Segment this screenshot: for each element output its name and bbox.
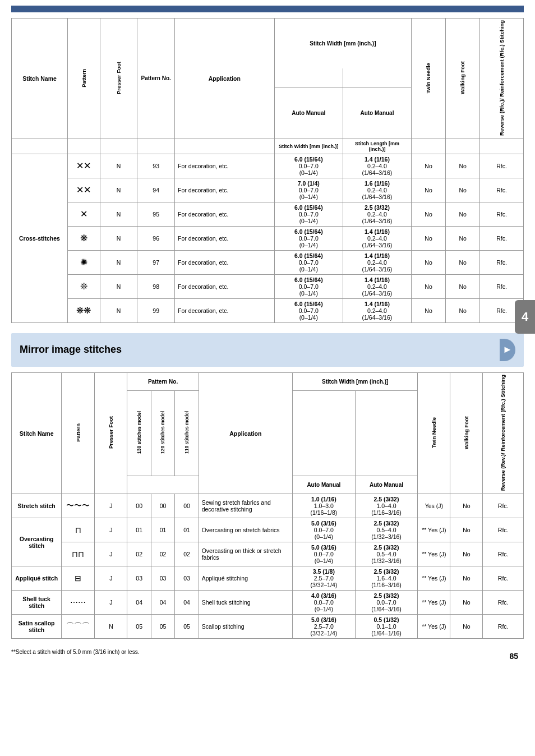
sl-auto-header: Auto Manual bbox=[343, 87, 411, 139]
table-row: ❋❋ N 99 For decoration, etc. 6.0 (15/64)… bbox=[12, 298, 524, 322]
pattern-cell: ✺ bbox=[67, 250, 100, 274]
twin-cell: No bbox=[412, 250, 446, 274]
reverse-header: Reverse (Rfc.)/ Reinforcement (Rfc.) Sti… bbox=[480, 19, 524, 139]
presser-foot-cell: N bbox=[100, 202, 137, 226]
m-p110-cell: 01 bbox=[175, 518, 199, 542]
m-twin-cell: ** Yes (J) bbox=[418, 518, 450, 542]
m-walking-cell: No bbox=[450, 494, 483, 518]
walking-cell: No bbox=[446, 226, 480, 250]
walking-cell: No bbox=[446, 154, 480, 178]
application-header: Application bbox=[174, 19, 274, 139]
m-walking-cell: No bbox=[450, 518, 483, 542]
reverse-cell: Rfc. bbox=[480, 274, 524, 298]
presser-foot-cell: N bbox=[100, 250, 137, 274]
pattern-no-cell: 99 bbox=[137, 298, 175, 322]
walking-cell: No bbox=[446, 274, 480, 298]
m-sw-cell: 5.0 (3/16)0.0–7.0(0–1/4) bbox=[293, 542, 356, 566]
m-pattern-cell: ⊓ bbox=[62, 518, 95, 542]
sw-cell: 6.0 (15/64)0.0–7.0(0–1/4) bbox=[274, 298, 343, 322]
twin-cell: No bbox=[412, 298, 446, 322]
m-p130-cell: 00 bbox=[127, 494, 151, 518]
m-sw-cell: 4.0 (3/16)0.0–7.0(0–1/4) bbox=[293, 591, 356, 615]
m-p110-cell: 05 bbox=[175, 615, 199, 639]
sl-cell: 2.5 (3/32)0.2–4.0(1/64–3/16) bbox=[343, 202, 411, 226]
walking-cell: No bbox=[446, 178, 480, 202]
m-reverse-cell: Rfc. bbox=[483, 591, 524, 615]
m-sw-label bbox=[293, 391, 356, 476]
m-reverse-cell: Rfc. bbox=[483, 518, 524, 542]
m-application-cell: Overcasting on stretch fabrics bbox=[199, 518, 292, 542]
m-sl-cell: 2.5 (3/32)0.0–7.0(1/64–3/16) bbox=[355, 591, 418, 615]
m-reverse-cell: Rfc. bbox=[483, 542, 524, 566]
application-cell: For decoration, etc. bbox=[174, 274, 274, 298]
page: Stitch Name Pattern Presser Foot Pattern… bbox=[0, 0, 535, 666]
sl-cell: 1.4 (1/16)0.2–4.0(1/64–3/16) bbox=[343, 298, 411, 322]
application-cell: For decoration, etc. bbox=[174, 154, 274, 178]
m-col120-header: 120 stitches model bbox=[151, 391, 174, 476]
m-stitch-name-cell: Satin scallop stitch bbox=[12, 615, 62, 639]
m-presser-cell: J bbox=[95, 566, 127, 591]
application-cell: For decoration, etc. bbox=[174, 250, 274, 274]
sl-cell: 1.4 (1/16)0.2–4.0(1/64–3/16) bbox=[343, 154, 411, 178]
m-presser-foot-header: Presser Foot bbox=[95, 372, 127, 494]
m-stitch-width-header: Stitch Width [mm (inch.)] bbox=[293, 372, 418, 390]
sl-cell: 1.4 (1/16)0.2–4.0(1/64–3/16) bbox=[343, 274, 411, 298]
m-reverse-cell: Rfc. bbox=[483, 615, 524, 639]
twin-cell: No bbox=[412, 274, 446, 298]
twin-cell: No bbox=[412, 202, 446, 226]
application-cell: For decoration, etc. bbox=[174, 178, 274, 202]
m-p110-cell: 00 bbox=[175, 494, 199, 518]
walking-cell: No bbox=[446, 250, 480, 274]
m-p120-cell: 04 bbox=[151, 591, 174, 615]
m-application-cell: Overcasting on thick or stretch fabrics bbox=[199, 542, 292, 566]
m-twin-cell: ** Yes (J) bbox=[418, 566, 450, 591]
pattern-no-cell: 94 bbox=[137, 178, 175, 202]
m-twin-cell: Yes (J) bbox=[418, 494, 450, 518]
m-sw-cell: 5.0 (3/16)2.5–7.0(3/32–1/4) bbox=[293, 615, 356, 639]
presser-foot-cell: N bbox=[100, 154, 137, 178]
walking-foot-header: Walking Foot bbox=[446, 19, 480, 139]
m-p130-cell: 04 bbox=[127, 591, 151, 615]
m-twin-cell: ** Yes (J) bbox=[418, 591, 450, 615]
presser-foot-cell: N bbox=[100, 226, 137, 250]
m-pattern-cell: ⌒⌒⌒ bbox=[62, 615, 95, 639]
m-sl-cell: 2.5 (3/32)0.5–4.0(1/32–3/16) bbox=[355, 518, 418, 542]
m-p130-cell: 03 bbox=[127, 566, 151, 591]
m-twin-needle-header: Twin Needle bbox=[418, 372, 450, 494]
m-p120-cell: 02 bbox=[151, 542, 174, 566]
pattern-no-cell: 93 bbox=[137, 154, 175, 178]
table-row: Shell tuck stitch ⋯⋯ J 04 04 04 Shell tu… bbox=[12, 591, 524, 615]
chapter-tab: 4 bbox=[515, 300, 535, 334]
sw-cell: 6.0 (15/64)0.0–7.0(0–1/4) bbox=[274, 202, 343, 226]
m-p130-cell: 05 bbox=[127, 615, 151, 639]
presser-foot-cell: N bbox=[100, 178, 137, 202]
m-p110-cell: 03 bbox=[175, 566, 199, 591]
m-sl-label bbox=[355, 391, 418, 476]
m-stitch-name-cell: Shell tuck stitch bbox=[12, 591, 62, 615]
top-bar bbox=[11, 6, 524, 12]
table-row: Cross-stitches ✕✕ N 93 For decoration, e… bbox=[12, 154, 524, 178]
table-row: ❊ N 98 For decoration, etc. 6.0 (15/64)0… bbox=[12, 274, 524, 298]
pattern-no-cell: 95 bbox=[137, 202, 175, 226]
table-row: ⊓⊓ J 02 02 02 Overcasting on thick or st… bbox=[12, 542, 524, 566]
twin-cell: No bbox=[412, 178, 446, 202]
m-col130-header: 130 stitches model bbox=[127, 391, 151, 476]
sw-auto-header: Auto Manual bbox=[274, 87, 343, 139]
m-pattern-cell: ⊓⊓ bbox=[62, 542, 95, 566]
m-p110-cell: 04 bbox=[175, 591, 199, 615]
m-p120-cell: 00 bbox=[151, 494, 174, 518]
m-stitch-name-header: Stitch Name bbox=[12, 372, 62, 494]
pattern-cell: ❋❋ bbox=[67, 298, 100, 322]
m-walking-cell: No bbox=[450, 591, 483, 615]
m-walking-cell: No bbox=[450, 542, 483, 566]
mirror-section-heading: Mirror image stitches ► bbox=[11, 333, 524, 367]
m-sl-auto: Auto Manual bbox=[355, 476, 418, 494]
table-row: ✺ N 97 For decoration, etc. 6.0 (15/64)0… bbox=[12, 250, 524, 274]
m-pattern-cell: 〜〜〜 bbox=[62, 494, 95, 518]
m-pattern-header: Pattern bbox=[62, 372, 95, 494]
m-walking-cell: No bbox=[450, 615, 483, 639]
sw-cell: 6.0 (15/64)0.0–7.0(0–1/4) bbox=[274, 226, 343, 250]
col-header-labels: Stitch Width [mm (inch.)] Stitch Length … bbox=[12, 139, 524, 154]
table-row: ✕ N 95 For decoration, etc. 6.0 (15/64)0… bbox=[12, 202, 524, 226]
presser-foot-cell: N bbox=[100, 274, 137, 298]
